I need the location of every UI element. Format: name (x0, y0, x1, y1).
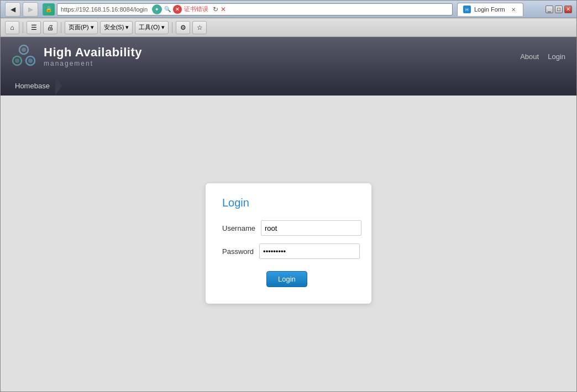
title-bar-controls: ◀ ▶ (5, 2, 38, 17)
breadcrumb-homebase[interactable]: Homebase (9, 76, 55, 96)
back-button[interactable]: ◀ (5, 2, 20, 17)
tools-menu-label: 工具(O) (139, 23, 160, 31)
username-label: Username (222, 224, 261, 232)
page-content: High Availability management About Login… (1, 37, 576, 391)
logo-icon (12, 44, 36, 68)
password-label: Password (222, 247, 259, 256)
username-input[interactable] (261, 220, 361, 236)
url-text: https://192.168.15.16:8084/login (61, 6, 148, 13)
window-controls: _ □ ✕ (545, 6, 572, 13)
password-input[interactable] (259, 243, 360, 259)
security-menu-label: 安全(S) (104, 23, 124, 31)
toolbar-separator-3 (172, 22, 172, 33)
tab-close-button[interactable]: ✕ (510, 6, 517, 13)
password-row: Password (222, 243, 355, 259)
home-button[interactable]: ⌂ (5, 21, 19, 34)
app-title: High Availability (44, 45, 142, 60)
rss-button[interactable]: ☰ (27, 21, 41, 34)
gear-icon-button[interactable]: ⚙ (176, 21, 190, 34)
app-header: High Availability management About Login (1, 37, 576, 76)
logo-text: High Availability management (44, 45, 142, 67)
svg-point-3 (22, 47, 26, 52)
address-bar[interactable]: https://192.168.15.16:8084/login ✦ 🔍 ✕ 证… (57, 3, 453, 15)
browser-tab[interactable]: H Login Form ✕ (457, 3, 523, 16)
title-bar: ◀ ▶ 🔒 https://192.168.15.16:8084/login ✦… (1, 1, 576, 18)
refresh-icon[interactable]: ✦ (152, 4, 162, 14)
cert-warning-text: 证书错误 (184, 5, 208, 13)
forward-button[interactable]: ▶ (23, 2, 38, 17)
app-nav: About Login (520, 52, 565, 61)
page-menu-arrow: ▾ (91, 24, 94, 31)
tab-favicon: H (463, 6, 471, 13)
cert-error-icon: ✕ (173, 5, 182, 14)
search-icon[interactable]: 🔍 (164, 6, 171, 12)
app-logo: High Availability management (12, 44, 142, 68)
print-button[interactable]: 🖨 (43, 21, 57, 34)
security-menu-arrow: ▾ (125, 24, 129, 31)
tools-menu[interactable]: 工具(O) ▾ (135, 21, 169, 34)
login-button[interactable]: Login (266, 271, 307, 287)
username-row: Username (222, 220, 355, 236)
tools-menu-arrow: ▾ (161, 24, 165, 31)
submit-row: Login (222, 267, 355, 287)
reload-button[interactable]: ↻ (213, 6, 218, 13)
ssl-icon: 🔒 (43, 3, 55, 15)
toolbar-separator-1 (23, 22, 23, 33)
stop-button[interactable]: ✕ (221, 6, 226, 13)
breadcrumb-bar: Homebase (1, 76, 576, 96)
toolbar-separator-2 (61, 22, 61, 33)
maximize-button[interactable]: □ (555, 6, 563, 13)
browser-toolbar: ⌂ ☰ 🖨 页面(P) ▾ 安全(S) ▾ 工具(O) ▾ ⚙ ☆ (1, 18, 576, 37)
page-menu[interactable]: 页面(P) ▾ (65, 21, 98, 34)
login-link[interactable]: Login (548, 52, 565, 61)
app-subtitle: management (44, 60, 142, 67)
svg-point-4 (15, 59, 19, 63)
svg-point-5 (28, 59, 33, 63)
star-icon-button[interactable]: ☆ (192, 21, 207, 34)
minimize-button[interactable]: _ (545, 6, 553, 13)
security-menu[interactable]: 安全(S) ▾ (100, 21, 133, 34)
breadcrumb-label: Homebase (15, 82, 50, 90)
tab-title: Login Form (474, 6, 505, 13)
page-menu-label: 页面(P) (69, 23, 89, 31)
about-link[interactable]: About (520, 52, 539, 61)
login-card-title: Login (222, 197, 355, 209)
browser-window: ◀ ▶ 🔒 https://192.168.15.16:8084/login ✦… (0, 0, 577, 392)
login-card: Login Username Password Login (206, 183, 371, 304)
close-button[interactable]: ✕ (564, 6, 572, 13)
main-area: Login Username Password Login (1, 96, 576, 391)
